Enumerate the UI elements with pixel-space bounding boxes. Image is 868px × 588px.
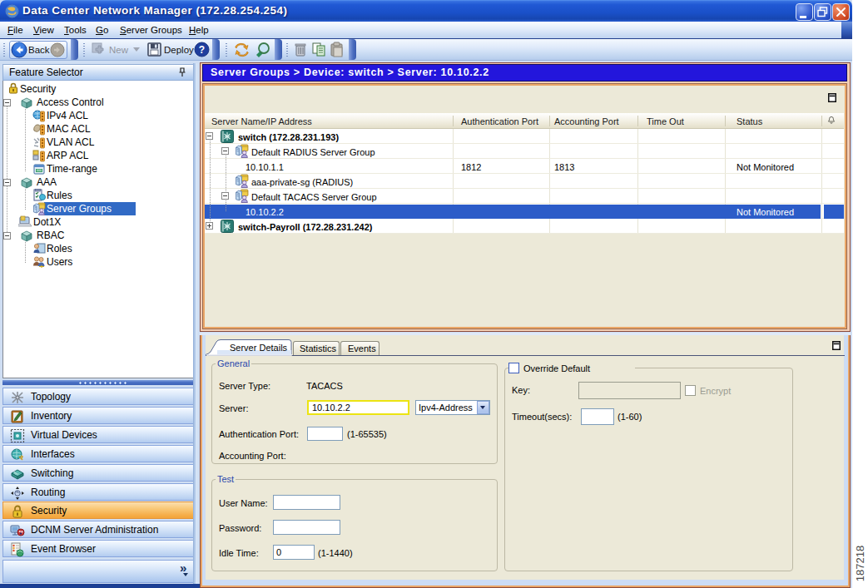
svg-text:?: ? bbox=[199, 44, 205, 56]
